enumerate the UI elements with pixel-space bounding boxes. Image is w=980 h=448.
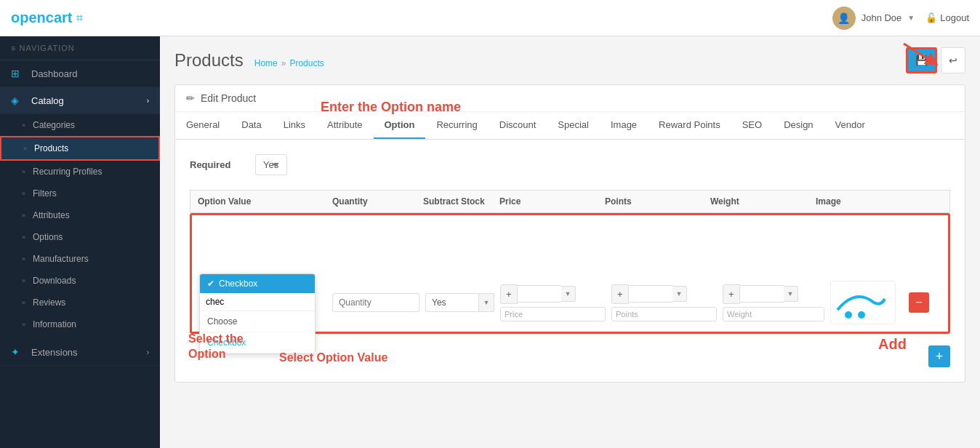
tab-image[interactable]: Image <box>600 112 648 139</box>
logout-button[interactable]: 🔓 Logout <box>925 12 969 23</box>
sidebar-label-catalog: Catalog <box>31 95 64 106</box>
tab-option[interactable]: Option <box>374 112 426 139</box>
add-option-row-button[interactable]: + <box>928 345 950 367</box>
tab-attribute[interactable]: Attribute <box>316 112 373 139</box>
catalog-arrow-icon: › <box>147 97 149 105</box>
dropdown-search-input[interactable] <box>200 293 315 311</box>
sidebar-item-attributes[interactable]: » Attributes <box>0 204 160 226</box>
options-sub-arrow: » <box>22 233 25 241</box>
subtract-select-wrapper: Yes ▼ <box>425 293 494 312</box>
product-tabs: General Data Links Attribute Option Recu… <box>175 112 965 140</box>
filters-sub-arrow: » <box>22 190 25 197</box>
page-title: Products <box>174 50 244 71</box>
required-label: Required <box>190 159 248 170</box>
col-option-value: Option Value <box>198 196 329 207</box>
panel-header: ✏ Edit Product <box>175 85 965 112</box>
price-placeholder-label: Price <box>500 307 606 321</box>
points-dropdown-arrow[interactable]: ▼ <box>672 286 687 302</box>
sidebar-item-downloads[interactable]: » Downloads <box>0 270 160 292</box>
breadcrumb-separator: » <box>281 58 286 68</box>
top-header: opencart ⌗ 👤 John Doe ▼ 🔓 Logout <box>0 0 980 36</box>
sidebar-item-information[interactable]: » Information <box>0 313 160 335</box>
attributes-sub-arrow: » <box>22 212 25 219</box>
tab-data[interactable]: Data <box>230 112 272 139</box>
sidebar-label-options: Options <box>33 232 63 242</box>
add-annotation-label: Add <box>878 336 907 353</box>
tab-recurring[interactable]: Recurring <box>425 112 488 139</box>
delete-cell: − <box>909 292 938 313</box>
tab-vendor[interactable]: Vendor <box>824 112 876 139</box>
user-dropdown-icon[interactable]: ▼ <box>907 14 915 22</box>
header-right: 👤 John Doe ▼ 🔓 Logout <box>832 7 969 30</box>
sidebar-label-recurring: Recurring Profiles <box>33 167 102 177</box>
save-button[interactable]: 💾 <box>906 47 937 73</box>
price-dropdown-arrow[interactable]: ▼ <box>561 286 576 302</box>
sidebar-label-reviews: Reviews <box>33 297 65 308</box>
subtract-arrow-icon[interactable]: ▼ <box>478 293 494 312</box>
sidebar-label-extensions: Extensions <box>31 347 78 358</box>
dropdown-item-choose[interactable]: Choose <box>200 311 315 332</box>
sidebar-item-manufacturers[interactable]: » Manufacturers <box>0 248 160 270</box>
option-table-header: Option Value Quantity Subtract Stock Pri… <box>190 190 950 213</box>
reviews-sub-arrow: » <box>22 299 25 306</box>
points-plus-button[interactable]: + <box>611 284 629 304</box>
price-group: + ▼ Price <box>500 284 606 321</box>
panel-title: Edit Product <box>201 92 256 104</box>
product-image-thumbnail <box>834 284 892 321</box>
sidebar-label-categories: Categories <box>33 120 75 130</box>
nav-header: ≡ NAVIGATION <box>0 36 160 60</box>
sidebar-label-downloads: Downloads <box>33 276 76 286</box>
sidebar-item-catalog[interactable]: ◈ Catalog › <box>0 87 160 114</box>
sidebar-item-dashboard[interactable]: ⊞ Dashboard <box>0 60 160 87</box>
back-button[interactable]: ↩ <box>941 47 965 73</box>
user-name: John Doe <box>861 12 902 23</box>
svg-point-1 <box>858 311 865 319</box>
weight-input[interactable] <box>740 285 784 303</box>
save-annotation-label: Save <box>873 36 907 39</box>
weight-plus-button[interactable]: + <box>723 284 740 304</box>
weight-group: + ▼ Weight <box>723 284 824 321</box>
col-weight: Weight <box>710 196 812 207</box>
avatar: 👤 <box>832 7 856 30</box>
dashboard-icon: ⊞ <box>11 68 24 79</box>
edit-icon: ✏ <box>186 92 195 104</box>
tab-special[interactable]: Special <box>547 112 600 139</box>
breadcrumb-products[interactable]: Products <box>289 58 324 68</box>
points-placeholder-label: Points <box>611 307 717 321</box>
delete-row-button[interactable]: − <box>909 292 929 313</box>
required-select-wrapper: Yes <box>255 154 950 175</box>
weight-dropdown-arrow[interactable]: ▼ <box>784 286 798 302</box>
dropdown-header-label: Checkbox <box>219 279 257 289</box>
quantity-input[interactable] <box>332 293 419 312</box>
tab-design[interactable]: Design <box>773 112 824 139</box>
page-actions: Save 💾 ↩ <box>906 47 965 73</box>
price-plus-button[interactable]: + <box>500 284 518 304</box>
sidebar-item-extensions[interactable]: ✦ Extensions › <box>0 339 160 366</box>
tab-seo[interactable]: SEO <box>731 112 773 139</box>
logout-icon: 🔓 <box>925 12 937 23</box>
sidebar-item-filters[interactable]: » Filters <box>0 183 160 204</box>
sidebar-item-recurring-profiles[interactable]: » Recurring Profiles <box>0 161 160 183</box>
sidebar-item-reviews[interactable]: » Reviews <box>0 292 160 313</box>
sidebar-item-options[interactable]: » Options <box>0 226 160 248</box>
page-header: Products Home » Products Save 💾 <box>174 47 965 73</box>
dropdown-item-checkbox[interactable]: Checkbox <box>200 332 315 353</box>
sidebar-item-categories[interactable]: » Categories <box>0 114 160 136</box>
tab-discount[interactable]: Discount <box>489 112 547 139</box>
points-input[interactable] <box>629 285 672 303</box>
option-dropdown-popup: ✔ Checkbox Choose Checkbox <box>199 273 316 354</box>
downloads-sub-arrow: » <box>22 277 25 284</box>
breadcrumb-home[interactable]: Home <box>254 58 278 68</box>
logo-cart-icon: ⌗ <box>76 12 83 25</box>
required-select[interactable]: Yes <box>255 154 287 175</box>
sidebar-item-products[interactable]: » Products <box>0 136 160 161</box>
tab-reward-points[interactable]: Reward Points <box>648 112 731 139</box>
price-input[interactable] <box>518 285 561 303</box>
tab-general[interactable]: General <box>175 112 230 139</box>
svg-point-0 <box>845 311 852 319</box>
required-row: Required Yes <box>190 154 950 175</box>
logo-text: opencart <box>11 9 72 26</box>
page-title-section: Products Home » Products <box>174 50 324 71</box>
tab-links[interactable]: Links <box>273 112 316 139</box>
manufacturers-sub-arrow: » <box>22 255 25 263</box>
